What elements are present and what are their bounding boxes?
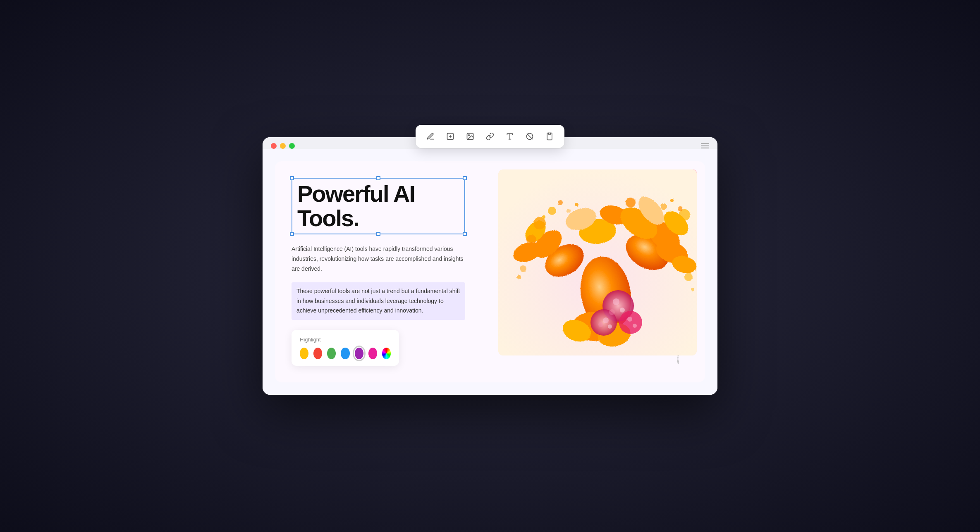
- svg-point-38: [542, 215, 545, 219]
- swatch-purple[interactable]: [355, 348, 363, 359]
- svg-point-54: [633, 324, 637, 328]
- svg-point-30: [520, 265, 526, 272]
- svg-point-36: [670, 199, 674, 202]
- handle-bottom-left[interactable]: [290, 232, 294, 236]
- title-selection-box[interactable]: Powerful AI Tools.: [292, 178, 465, 235]
- handle-top-right[interactable]: [463, 176, 467, 180]
- svg-point-29: [526, 235, 536, 245]
- minimize-button[interactable]: [280, 143, 286, 149]
- svg-point-37: [678, 206, 683, 211]
- svg-point-47: [613, 298, 619, 305]
- svg-point-24: [533, 217, 546, 229]
- highlighted-paragraph: These powerful tools are not just a tren…: [292, 282, 465, 320]
- swatch-gradient[interactable]: [382, 348, 391, 359]
- svg-point-35: [641, 196, 645, 200]
- description-text: Artificial Intelligence (AI) tools have …: [292, 244, 465, 274]
- image-tool-button[interactable]: [463, 129, 478, 144]
- handle-bottom-center[interactable]: [376, 232, 380, 236]
- svg-point-2: [468, 135, 470, 136]
- swatch-red[interactable]: [313, 348, 322, 359]
- highlight-picker: Highlight: [292, 330, 399, 366]
- svg-point-25: [548, 207, 556, 215]
- font-tool-button[interactable]: [502, 129, 517, 144]
- svg-point-39: [517, 275, 521, 279]
- swatch-pink[interactable]: [368, 348, 377, 359]
- text-tool-button[interactable]: [443, 129, 458, 144]
- browser-menu-button[interactable]: [701, 143, 709, 148]
- svg-point-52: [598, 322, 603, 327]
- left-content: Powerful AI Tools. Artificial Intelligen…: [292, 178, 465, 366]
- mask-tool-button[interactable]: [522, 129, 537, 144]
- clipboard-tool-button[interactable]: [542, 129, 557, 144]
- svg-point-53: [627, 317, 632, 322]
- page-title: Powerful AI Tools.: [297, 182, 459, 231]
- swatch-blue[interactable]: [341, 348, 349, 359]
- content-layout: Powerful AI Tools. Artificial Intelligen…: [292, 178, 688, 366]
- handle-bottom-right[interactable]: [463, 232, 467, 236]
- svg-line-6: [527, 134, 533, 139]
- traffic-lights: [271, 143, 295, 149]
- right-content: [478, 178, 688, 366]
- canvas-area: 2024 Artificial Intelligence (AI) tools …: [275, 161, 705, 382]
- close-button[interactable]: [271, 143, 277, 149]
- svg-point-50: [603, 317, 609, 323]
- browser-window: 2024 Artificial Intelligence (AI) tools …: [263, 137, 717, 395]
- title-container: Powerful AI Tools.: [292, 178, 465, 235]
- svg-point-40: [691, 288, 694, 291]
- svg-point-48: [620, 308, 625, 313]
- handle-top-center[interactable]: [376, 176, 380, 180]
- svg-point-51: [608, 324, 612, 329]
- svg-point-46: [619, 311, 642, 334]
- floating-toolbar: [416, 125, 564, 148]
- swatch-yellow[interactable]: [300, 348, 308, 359]
- pen-tool-button[interactable]: [423, 129, 438, 144]
- svg-point-26: [626, 198, 636, 208]
- svg-point-31: [684, 273, 693, 281]
- svg-rect-7: [547, 133, 552, 140]
- browser-content: 2024 Artificial Intelligence (AI) tools …: [263, 149, 717, 395]
- link-tool-button[interactable]: [483, 129, 497, 144]
- handle-top-left[interactable]: [290, 176, 294, 180]
- svg-point-49: [609, 309, 615, 315]
- svg-point-34: [558, 200, 563, 205]
- svg-point-33: [575, 203, 578, 206]
- swatch-green[interactable]: [327, 348, 336, 359]
- highlight-label: Highlight: [300, 336, 391, 343]
- svg-point-32: [566, 209, 571, 213]
- svg-point-27: [660, 203, 667, 210]
- color-swatches: [300, 348, 391, 359]
- coral-svg: [498, 169, 697, 355]
- ai-coral-image: [498, 169, 697, 355]
- maximize-button[interactable]: [289, 143, 295, 149]
